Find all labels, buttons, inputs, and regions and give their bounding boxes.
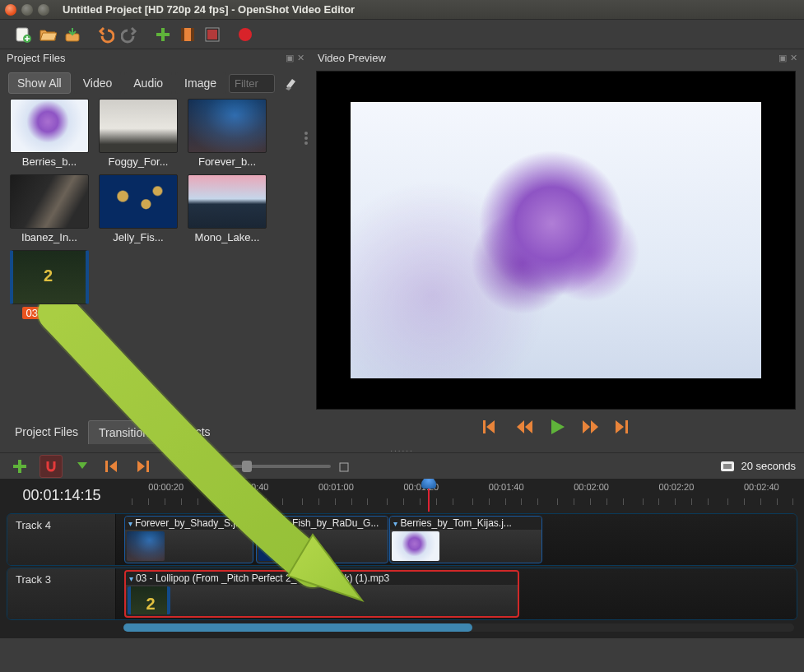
zoom-in-icon[interactable] xyxy=(339,462,347,470)
panel-undock-icon[interactable]: ▣ xyxy=(778,53,787,63)
panel-close-icon[interactable]: ✕ xyxy=(297,53,304,63)
clip-jelly[interactable]: ▾Jelly_Fish_by_RaDu_G... xyxy=(256,516,388,563)
clip-label: 03 - Lollipop (From _Pitch Perfect 2_ So… xyxy=(136,572,389,584)
file-item-berries[interactable]: Berries_b... xyxy=(8,99,91,168)
project-files-panel: Project Files ▣ ✕ Show All Video Audio I… xyxy=(0,49,311,444)
thumbnail-image xyxy=(10,250,89,304)
chevron-down-icon: ▾ xyxy=(260,519,264,528)
video-preview-canvas[interactable] xyxy=(316,71,796,410)
track-4-header[interactable]: Track 4 xyxy=(7,514,116,565)
svg-rect-5 xyxy=(191,28,194,41)
clip-lollipop[interactable]: ▾03 - Lollipop (From _Pitch Perfect 2_ S… xyxy=(124,570,519,618)
svg-rect-4 xyxy=(181,28,184,41)
center-playhead-button[interactable] xyxy=(184,455,207,478)
fullscreen-button[interactable] xyxy=(201,23,224,46)
save-project-button[interactable] xyxy=(61,23,84,46)
scrollbar-thumb[interactable] xyxy=(123,623,472,632)
thumbnail-image xyxy=(188,99,267,153)
horizontal-splitter[interactable]: ...... xyxy=(0,444,804,452)
undo-button[interactable] xyxy=(94,23,117,46)
track-3-body[interactable]: ▾03 - Lollipop (From _Pitch Perfect 2_ S… xyxy=(116,568,797,619)
thumbnail-image xyxy=(99,174,178,229)
timeline-ruler[interactable]: 00:00:2000:00:4000:01:0000:01:2000:01:40… xyxy=(123,479,804,512)
track-3-row: Track 3 ▾03 - Lollipop (From _Pitch Perf… xyxy=(7,568,797,620)
ruler-label: 00:01:40 xyxy=(489,482,524,492)
ruler-label: 00:02:20 xyxy=(659,482,695,492)
left-panel-tabs: Project Files Transitions Effects xyxy=(0,417,311,444)
filter-show-all[interactable]: Show All xyxy=(8,72,71,94)
window-maximize-button[interactable] xyxy=(38,4,49,16)
track-3-header[interactable]: Track 3 xyxy=(7,568,116,619)
filter-video[interactable]: Video xyxy=(74,72,122,94)
file-item-ibanez[interactable]: Ibanez_In... xyxy=(8,174,91,243)
clip-forever[interactable]: ▾Forever_by_Shady_S.j... xyxy=(124,516,253,563)
project-files-header: Project Files ▣ ✕ xyxy=(0,49,311,66)
add-marker-button[interactable] xyxy=(71,455,94,478)
svg-rect-9 xyxy=(483,420,486,433)
project-files-grid[interactable]: Berries_b... Foggy_For... Forever_b... I… xyxy=(0,99,301,417)
ruler-label: 00:00:40 xyxy=(234,482,269,492)
panel-undock-icon[interactable]: ▣ xyxy=(286,53,294,63)
svg-rect-17 xyxy=(723,464,732,469)
new-project-button[interactable] xyxy=(12,23,35,46)
file-label: 03 - Loll... xyxy=(22,307,76,319)
svg-point-8 xyxy=(239,28,252,41)
window-minimize-button[interactable] xyxy=(21,4,33,16)
open-project-button[interactable] xyxy=(36,23,59,46)
clip-berries[interactable]: ▾Berries_by_Tom_Kijas.j... xyxy=(389,516,541,563)
thumbnail-image xyxy=(10,99,89,153)
timeline-panel: 00:01:14:15 00:00:2000:00:4000:01:0000:0… xyxy=(0,479,804,638)
preview-frame-image xyxy=(351,102,762,378)
file-item-lollipop[interactable]: 03 - Loll... xyxy=(8,250,91,319)
profile-button[interactable] xyxy=(176,23,199,46)
playhead[interactable] xyxy=(428,479,430,512)
timeline-toolbar: 20 seconds xyxy=(0,452,804,479)
zoom-out-icon[interactable] xyxy=(216,462,224,470)
rewind-button[interactable] xyxy=(516,419,534,434)
file-item-jelly[interactable]: Jelly_Fis... xyxy=(97,174,179,243)
video-preview-title: Video Preview xyxy=(318,52,386,64)
prev-marker-button[interactable] xyxy=(102,455,125,478)
ruler-label: 00:00:20 xyxy=(148,482,184,492)
track-4-body[interactable]: ▾Forever_by_Shady_S.j... ▾Jelly_Fish_by_… xyxy=(116,514,797,565)
zoom-level-label: 20 seconds xyxy=(741,460,797,472)
panel-close-icon[interactable]: ✕ xyxy=(790,53,797,63)
snap-toggle[interactable] xyxy=(40,455,63,478)
file-item-foggy[interactable]: Foggy_For... xyxy=(97,99,179,168)
tab-effects[interactable]: Effects xyxy=(165,420,221,444)
file-item-mono[interactable]: Mono_Lake... xyxy=(186,174,268,243)
svg-rect-15 xyxy=(340,463,348,471)
filter-text-input[interactable] xyxy=(229,74,275,93)
play-button[interactable] xyxy=(549,419,567,434)
thumbnail-image xyxy=(99,99,178,153)
track-4-row: Track 4 ▾Forever_by_Shady_S.j... ▾Jelly_… xyxy=(7,513,797,566)
project-files-title: Project Files xyxy=(7,52,66,64)
jump-end-button[interactable] xyxy=(615,419,633,434)
svg-rect-10 xyxy=(625,420,628,433)
filter-audio[interactable]: Audio xyxy=(124,72,172,94)
tab-transitions[interactable]: Transitions xyxy=(88,420,165,444)
video-preview-panel: Video Preview ▣ ✕ xyxy=(311,49,804,444)
jump-start-button[interactable] xyxy=(483,419,501,434)
fast-forward-button[interactable] xyxy=(582,419,600,434)
clear-filter-icon[interactable] xyxy=(283,75,303,91)
add-track-button[interactable] xyxy=(8,455,31,478)
window-close-button[interactable] xyxy=(5,4,16,16)
svg-rect-7 xyxy=(207,30,217,39)
zoom-level-icon[interactable] xyxy=(720,460,735,473)
file-label: Foggy_For... xyxy=(109,155,169,168)
svg-rect-14 xyxy=(216,463,225,471)
timeline-horizontal-scrollbar[interactable] xyxy=(123,623,794,632)
ruler-label: 00:02:00 xyxy=(574,482,609,492)
tab-project-files[interactable]: Project Files xyxy=(5,420,88,444)
import-files-button[interactable] xyxy=(151,23,174,46)
next-marker-button[interactable] xyxy=(133,455,156,478)
thumbnail-image xyxy=(188,174,267,229)
zoom-slider[interactable] xyxy=(232,465,331,468)
export-video-button[interactable] xyxy=(234,23,257,46)
window-title: Untitled Project [HD 720p 24 fps] - Open… xyxy=(63,3,355,16)
project-files-scrollbar[interactable] xyxy=(301,99,311,417)
redo-button[interactable] xyxy=(119,23,142,46)
filter-image[interactable]: Image xyxy=(175,72,225,94)
file-item-forever[interactable]: Forever_b... xyxy=(186,99,268,168)
